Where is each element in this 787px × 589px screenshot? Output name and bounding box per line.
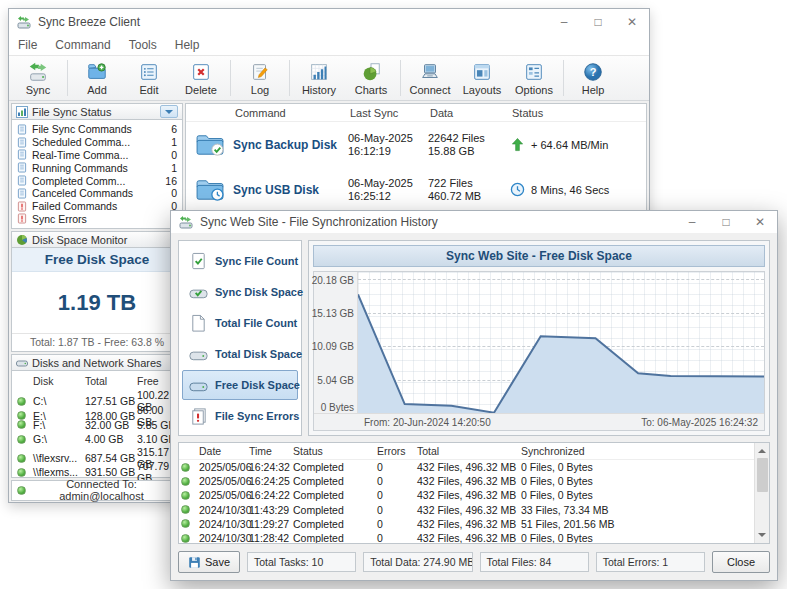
- completed-dot-icon: [181, 519, 190, 528]
- status-item[interactable]: Real-Time Comma... 0: [14, 149, 180, 162]
- doc-icon: [17, 175, 27, 186]
- history-row[interactable]: 2024/10/30 11:43:29 Completed 0 432 File…: [179, 503, 754, 517]
- disk-row[interactable]: C:\ 127.51 GB 100.22 GB: [12, 389, 182, 403]
- col-last-sync[interactable]: Last Sync: [348, 107, 428, 119]
- completed-dot-icon: [181, 534, 190, 543]
- history-row[interactable]: 2024/10/30 11:29:27 Completed 0 432 File…: [179, 517, 754, 531]
- online-dot-icon: [17, 468, 26, 477]
- minimize-button[interactable]: –: [547, 9, 581, 35]
- dialog-minimize-button[interactable]: –: [675, 211, 709, 233]
- menu-help[interactable]: Help: [166, 35, 209, 55]
- close-button[interactable]: ✕: [615, 9, 649, 35]
- status-item[interactable]: Sync Errors 0: [14, 213, 180, 226]
- folder-check-icon: [195, 133, 225, 157]
- history-table: Date Time Status Errors Total Synchroniz…: [178, 442, 770, 544]
- status-item[interactable]: Completed Comm... 16: [14, 174, 180, 187]
- scroll-down-icon[interactable]: [755, 528, 770, 543]
- connect-button[interactable]: Connect: [404, 57, 456, 99]
- disk-row[interactable]: F:\ 32.00 GB 5.85 GB: [12, 418, 182, 432]
- history-row[interactable]: 2025/05/06 16:24:22 Completed 0 432 File…: [179, 488, 754, 502]
- menu-file[interactable]: File: [9, 35, 46, 55]
- doc-icon: [17, 149, 27, 160]
- status-item[interactable]: Scheduled Comma... 1: [14, 136, 180, 149]
- status-item[interactable]: Failed Commands 0: [14, 200, 180, 213]
- free-disk-space-value: 1.19 TB: [12, 272, 182, 333]
- history-scrollbar[interactable]: [754, 443, 769, 543]
- toolbar-separator: [400, 60, 401, 96]
- scrollbar-thumb[interactable]: [757, 458, 768, 492]
- connect-icon: [419, 61, 441, 83]
- scroll-up-icon[interactable]: [755, 443, 770, 458]
- doc-icon: [17, 124, 27, 135]
- status-item[interactable]: File Sync Commands 6: [14, 123, 180, 136]
- svg-text:?: ?: [590, 66, 597, 78]
- sidebar-item-free-disk-space[interactable]: Free Disk Space: [182, 370, 298, 400]
- completed-dot-icon: [181, 491, 190, 500]
- options-icon: [523, 61, 545, 83]
- col-time[interactable]: Time: [249, 445, 293, 457]
- online-dot-icon: [17, 411, 26, 420]
- chart-title: Sync Web Site - Free Disk Space: [313, 245, 765, 267]
- panel-collapse-button[interactable]: [160, 105, 178, 118]
- command-row[interactable]: Sync USB Disk 06-May-202516:25:12 722 Fi…: [186, 167, 646, 212]
- sidebar-item-sync-file-count[interactable]: Sync File Count: [182, 246, 298, 276]
- charts-icon: [360, 61, 382, 83]
- col-status[interactable]: Status: [293, 445, 377, 457]
- col-date[interactable]: Date: [199, 445, 249, 457]
- dialog-close-button[interactable]: ✕: [743, 211, 777, 233]
- col-status[interactable]: Status: [510, 107, 646, 119]
- layouts-icon: [471, 61, 493, 83]
- col-data[interactable]: Data: [428, 107, 510, 119]
- sidebar-item-total-disk-space[interactable]: Total Disk Space: [182, 339, 298, 369]
- command-row[interactable]: Sync Backup Disk 06-May-202516:12:19 226…: [186, 122, 646, 167]
- help-button[interactable]: ? Help: [567, 57, 619, 99]
- history-row[interactable]: 2024/10/30 11:28:42 Completed 0 432 File…: [179, 531, 754, 544]
- app-icon: [178, 214, 194, 230]
- total-errors: Total Errors: 1: [596, 552, 705, 572]
- file-sync-status-header: File Sync Status: [11, 103, 183, 120]
- sidebar-item-file-sync-errors[interactable]: File Sync Errors: [182, 401, 298, 431]
- dialog-title: Sync Web Site - File Synchronization His…: [200, 215, 675, 229]
- menu-tools[interactable]: Tools: [120, 35, 166, 55]
- disk-row[interactable]: \\flexsrv... 687.54 GB 315.17 GB: [12, 446, 182, 460]
- history-button[interactable]: History: [293, 57, 345, 99]
- charts-button[interactable]: Charts: [345, 57, 397, 99]
- log-button[interactable]: Log: [234, 57, 286, 99]
- disks-shares-panel: Disks and Network Shares Disk Total Free…: [11, 354, 183, 477]
- sidebar-item-total-file-count[interactable]: Total File Count: [182, 308, 298, 338]
- delete-icon: [190, 61, 212, 83]
- area-chart: [358, 272, 764, 413]
- y-axis-labels: 20.18 GB 15.13 GB 10.09 GB 5.04 GB 0 Byt…: [314, 272, 358, 413]
- clock-icon: [510, 182, 525, 197]
- connection-status-bar: Connected To: admin@localhost: [11, 480, 183, 501]
- col-synchronized[interactable]: Synchronized: [521, 445, 754, 457]
- delete-button[interactable]: Delete: [175, 57, 227, 99]
- free-disk-space-heading: Free Disk Space: [12, 248, 182, 272]
- close-button[interactable]: Close: [712, 551, 770, 573]
- toolbar-separator: [289, 60, 290, 96]
- col-command[interactable]: Command: [233, 107, 348, 119]
- history-row[interactable]: 2025/05/06 16:24:32 Completed 0 432 File…: [179, 460, 754, 474]
- history-row[interactable]: 2025/05/06 16:24:25 Completed 0 432 File…: [179, 474, 754, 488]
- status-item[interactable]: Canceled Commands 0: [14, 187, 180, 200]
- connection-status-text: Connected To: admin@localhost: [26, 478, 177, 502]
- menu-command[interactable]: Command: [46, 35, 119, 55]
- drive-icon: [16, 357, 28, 369]
- col-errors[interactable]: Errors: [377, 445, 417, 457]
- help-icon: ?: [582, 61, 604, 83]
- maximize-button[interactable]: □: [581, 9, 615, 35]
- layouts-button[interactable]: Layouts: [456, 57, 508, 99]
- disk-space-monitor-header: Disk Space Monitor: [11, 231, 183, 248]
- add-button[interactable]: Add: [71, 57, 123, 99]
- total-tasks: Total Tasks: 10: [247, 552, 356, 572]
- options-button[interactable]: Options: [508, 57, 560, 99]
- save-button[interactable]: Save: [178, 551, 240, 573]
- sync-button[interactable]: Sync: [12, 57, 64, 99]
- dialog-maximize-button[interactable]: □: [709, 211, 743, 233]
- sidebar-item-sync-disk-space[interactable]: Sync Disk Space: [182, 277, 298, 307]
- status-item[interactable]: Running Commands 1: [14, 161, 180, 174]
- col-total[interactable]: Total: [417, 445, 521, 457]
- disk-row[interactable]: G:\ 4.00 GB 3.10 GB: [12, 432, 182, 446]
- left-sidebar: File Sync Status File Sync Commands 6 Sc…: [11, 103, 183, 500]
- edit-button[interactable]: Edit: [123, 57, 175, 99]
